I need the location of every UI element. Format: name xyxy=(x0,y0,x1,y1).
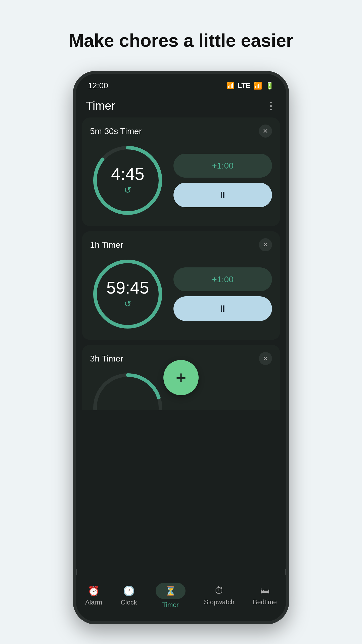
nav-stopwatch[interactable]: ⏱ Stopwatch xyxy=(199,583,239,609)
lte-label: LTE xyxy=(238,82,250,90)
timer-icon: ⏳ xyxy=(165,586,176,596)
timer2-label: 1h Timer xyxy=(90,240,123,250)
timer3-circle xyxy=(90,370,165,410)
timer1-header: 5m 30s Timer ✕ xyxy=(90,125,272,138)
timer3-label: 3h Timer xyxy=(90,354,123,364)
add-timer-fab-button[interactable]: + xyxy=(163,360,199,395)
nav-timer-label: Timer xyxy=(162,601,178,609)
overflow-menu-button[interactable]: ⋮ xyxy=(266,100,276,111)
pause-icon: ⏸ xyxy=(218,190,227,200)
nav-alarm-label: Alarm xyxy=(85,598,102,606)
timer-card-2: 1h Timer ✕ 59:45 ↺ +1:00 xyxy=(82,231,280,340)
timer2-close-button[interactable]: ✕ xyxy=(259,238,272,251)
status-icons: 📶 LTE 📶 🔋 xyxy=(227,82,274,90)
clock-icon: 🕐 xyxy=(123,586,135,596)
timer1-close-button[interactable]: ✕ xyxy=(259,125,272,138)
page-headline: Make chores a little easier xyxy=(69,30,293,51)
timer2-controls: +1:00 ⏸ xyxy=(173,267,272,321)
bottom-nav: ⏰ Alarm 🕐 Clock ⏳ Timer ⏱ Stopwatch 🛏 xyxy=(76,575,286,621)
timer2-circle: 59:45 ↺ xyxy=(90,256,165,332)
pause-icon-2: ⏸ xyxy=(218,303,227,314)
battery-icon: 🔋 xyxy=(265,82,274,90)
timer1-body: 4:45 ↺ +1:00 ⏸ xyxy=(90,143,272,218)
nav-bedtime[interactable]: 🛏 Bedtime xyxy=(248,583,282,609)
nav-clock[interactable]: 🕐 Clock xyxy=(116,583,142,609)
timer1-reset-icon[interactable]: ↺ xyxy=(124,185,131,195)
svg-point-4 xyxy=(95,375,160,410)
status-time: 12:00 xyxy=(88,81,108,90)
screen-content: 5m 30s Timer ✕ 4:45 ↺ +1:00 xyxy=(76,117,286,569)
timer2-header: 1h Timer ✕ xyxy=(90,238,272,251)
timer2-add-time-button[interactable]: +1:00 xyxy=(173,267,272,291)
bedtime-icon: 🛏 xyxy=(260,585,270,596)
timer3-close-button[interactable]: ✕ xyxy=(259,352,272,365)
timer1-pause-button[interactable]: ⏸ xyxy=(173,183,272,207)
timer2-time: 59:45 xyxy=(106,279,149,296)
timer1-center: 4:45 ↺ xyxy=(90,143,165,218)
stopwatch-icon: ⏱ xyxy=(214,585,224,596)
timer2-reset-icon[interactable]: ↺ xyxy=(124,299,131,309)
nav-alarm[interactable]: ⏰ Alarm xyxy=(80,583,107,609)
nav-bedtime-label: Bedtime xyxy=(253,598,277,606)
status-bar: 12:00 📶 LTE 📶 🔋 xyxy=(76,74,286,93)
timer2-pause-button[interactable]: ⏸ xyxy=(173,296,272,321)
alarm-icon: ⏰ xyxy=(88,586,100,596)
nav-clock-label: Clock xyxy=(121,598,137,606)
timer2-body: 59:45 ↺ +1:00 ⏸ xyxy=(90,256,272,332)
svg-point-5 xyxy=(95,375,160,410)
wifi-icon: 📶 xyxy=(227,82,235,90)
timer1-time: 4:45 xyxy=(111,165,144,182)
app-header: Timer ⋮ xyxy=(76,93,286,117)
timer1-add-time-button[interactable]: +1:00 xyxy=(173,154,272,178)
timer1-controls: +1:00 ⏸ xyxy=(173,154,272,207)
timer1-label: 5m 30s Timer xyxy=(90,126,142,136)
timer1-circle: 4:45 ↺ xyxy=(90,143,165,218)
timer-card-1: 5m 30s Timer ✕ 4:45 ↺ +1:00 xyxy=(82,117,280,226)
timer2-center: 59:45 ↺ xyxy=(90,256,165,332)
nav-stopwatch-label: Stopwatch xyxy=(204,598,234,606)
signal-icon: 📶 xyxy=(253,82,262,90)
nav-timer[interactable]: ⏳ Timer xyxy=(151,580,191,611)
timer-card-3: 3h Timer ✕ + xyxy=(82,345,280,410)
phone-device: 12:00 📶 LTE 📶 🔋 Timer ⋮ 5m 30s Timer ✕ xyxy=(73,71,289,624)
app-title: Timer xyxy=(86,99,115,112)
